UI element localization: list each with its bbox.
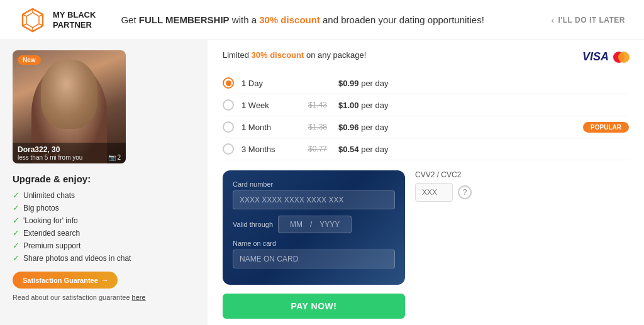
check-icon: ✓ bbox=[13, 190, 19, 200]
check-icon: ✓ bbox=[13, 228, 19, 238]
plan-1day[interactable]: 1 Day $0.99 per day bbox=[223, 72, 629, 94]
old-price-1month: $1.38 bbox=[299, 123, 327, 131]
card-form: Card number Valid through / Name on card bbox=[223, 170, 405, 285]
profile-name: Dora322, 30 bbox=[18, 145, 121, 154]
svg-marker-1 bbox=[26, 13, 39, 28]
new-price-1week: $1.00 per day bbox=[338, 101, 389, 110]
plan-label-3months: 3 Months bbox=[242, 145, 292, 154]
profile-photos-count: 📷 2 bbox=[108, 154, 121, 161]
valid-through-row: Valid through / bbox=[233, 216, 395, 233]
check-icon: ✓ bbox=[13, 253, 19, 263]
list-item: ✓'Looking for' info bbox=[13, 216, 195, 225]
help-icon[interactable]: ? bbox=[458, 185, 472, 199]
right-panel: VISA Limited 30% discount on any package… bbox=[208, 40, 644, 325]
plan-1week[interactable]: 1 Week $1.43 $1.00 per day bbox=[223, 94, 629, 116]
name-on-card-input[interactable] bbox=[233, 250, 395, 268]
list-item: ✓Unlimited chats bbox=[13, 190, 195, 200]
year-input[interactable] bbox=[314, 220, 345, 229]
logo-icon bbox=[19, 6, 47, 34]
plan-label-1day: 1 Day bbox=[242, 79, 292, 88]
header-promo: Get FULL MEMBERSHIP with a 30% discount … bbox=[96, 14, 551, 25]
svg-point-9 bbox=[618, 52, 630, 63]
month-input[interactable] bbox=[285, 220, 308, 229]
list-item: ✓Extended search bbox=[13, 228, 195, 238]
check-icon: ✓ bbox=[13, 216, 19, 225]
date-inputs: / bbox=[278, 216, 352, 233]
radio-1week[interactable] bbox=[223, 99, 234, 111]
logo-area: MY BLACK PARTNER bbox=[19, 6, 96, 34]
new-price-3months: $0.54 per day bbox=[338, 145, 389, 154]
satisfaction-text: Read about our satisfaction guarantee he… bbox=[13, 294, 195, 301]
logo-text: MY BLACK PARTNER bbox=[53, 10, 96, 30]
satisfaction-guarantee-button[interactable]: Satisfaction Guarantee → bbox=[13, 272, 118, 289]
new-price-1month: $0.96 per day bbox=[338, 123, 389, 132]
header: MY BLACK PARTNER Get FULL MEMBERSHIP wit… bbox=[0, 0, 644, 40]
radio-1day[interactable] bbox=[223, 77, 234, 89]
popular-badge: POPULAR bbox=[583, 122, 629, 133]
cvv-row: ? bbox=[415, 183, 629, 202]
pay-now-button[interactable]: PAY NOW! bbox=[223, 294, 405, 319]
visa-logo: VISA bbox=[582, 50, 609, 63]
arrow-right-icon: → bbox=[101, 275, 109, 285]
old-price-3months: $0.77 bbox=[299, 145, 327, 153]
check-icon: ✓ bbox=[13, 241, 19, 250]
check-icon: ✓ bbox=[13, 203, 19, 212]
list-item: ✓Share photos and videos in chat bbox=[13, 253, 195, 263]
new-badge: New bbox=[18, 55, 41, 65]
old-price-1week: $1.43 bbox=[299, 101, 327, 109]
main-content: New Dora322, 30 less than 5 mi from you … bbox=[0, 40, 644, 325]
chevron-left-icon: ‹ bbox=[551, 15, 554, 25]
name-on-card-label: Name on card bbox=[233, 240, 395, 247]
left-panel: New Dora322, 30 less than 5 mi from you … bbox=[0, 40, 208, 325]
card-section: Card number Valid through / Name on card… bbox=[223, 170, 629, 285]
card-number-input[interactable] bbox=[233, 190, 395, 209]
list-item: ✓Premium support bbox=[13, 241, 195, 250]
valid-through-label: Valid through bbox=[233, 221, 273, 228]
radio-1month[interactable] bbox=[223, 121, 234, 133]
plan-label-1month: 1 Month bbox=[242, 123, 292, 132]
plan-label-1week: 1 Week bbox=[242, 101, 292, 110]
profile-card: New Dora322, 30 less than 5 mi from you … bbox=[13, 50, 126, 163]
plan-1month[interactable]: 1 Month $1.38 $0.96 per day POPULAR bbox=[223, 116, 629, 138]
cvv-label: CVV2 / CVC2 bbox=[415, 170, 629, 179]
upgrade-title: Upgrade & enjoy: bbox=[13, 174, 195, 184]
do-it-later-button[interactable]: ‹ I'LL DO IT LATER bbox=[551, 15, 625, 25]
radio-3months[interactable] bbox=[223, 143, 234, 155]
payment-icons: VISA bbox=[582, 50, 631, 63]
list-item: ✓Big photos bbox=[13, 203, 195, 212]
pricing-options: 1 Day $0.99 per day 1 Week $1.43 $1.00 p… bbox=[223, 72, 629, 160]
new-price-1day: $0.99 per day bbox=[338, 79, 389, 88]
profile-distance: less than 5 mi from you bbox=[18, 154, 121, 161]
plan-3months[interactable]: 3 Months $0.77 $0.54 per day bbox=[223, 138, 629, 160]
cvv-input[interactable] bbox=[415, 183, 453, 202]
card-number-label: Card number bbox=[233, 180, 395, 188]
feature-list: ✓Unlimited chats ✓Big photos ✓'Looking f… bbox=[13, 190, 195, 263]
discount-banner: Limited 30% discount on any package! bbox=[223, 50, 629, 63]
cvv-section: CVV2 / CVC2 ? bbox=[415, 170, 629, 202]
mastercard-logo bbox=[611, 51, 631, 63]
date-separator: / bbox=[310, 220, 312, 229]
satisfaction-here-link[interactable]: here bbox=[132, 294, 146, 301]
camera-icon: 📷 bbox=[108, 154, 116, 161]
